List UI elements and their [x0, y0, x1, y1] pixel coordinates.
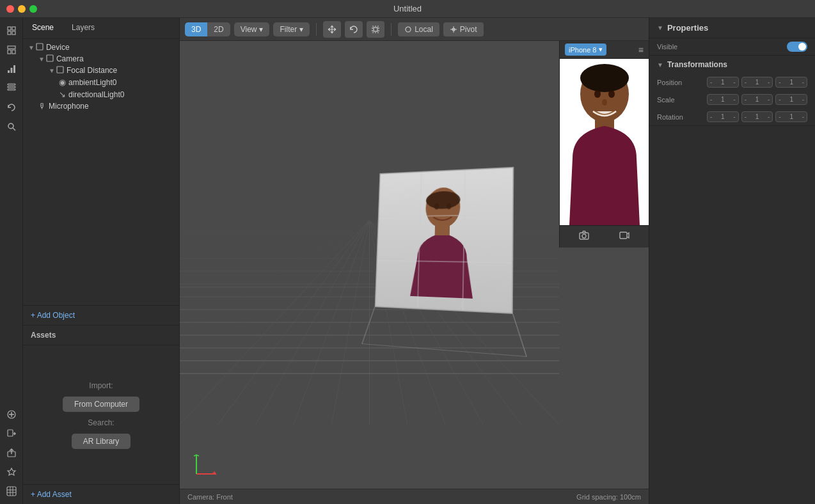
svg-point-33 — [406, 27, 411, 32]
metrics-icon[interactable] — [3, 60, 20, 78]
tree-item-directional-light[interactable]: ↘ directionalLight0 — [23, 88, 179, 100]
properties-collapse-arrow[interactable]: ▼ — [657, 24, 663, 31]
transform-rotate-button[interactable] — [345, 21, 363, 38]
scale-x-field[interactable]: - 1 - — [707, 94, 739, 105]
properties-title: ▼ Properties — [649, 18, 815, 38]
undo-icon[interactable] — [3, 98, 20, 116]
titlebar: Untitled — [0, 0, 815, 18]
layers-tab[interactable]: Layers — [63, 18, 104, 38]
search-icon[interactable] — [3, 118, 20, 136]
transformations-header[interactable]: ▼ Transformations — [649, 56, 815, 74]
tree-item-ambient-light[interactable]: ◉ ambientLight0 — [23, 76, 179, 88]
position-x-field[interactable]: - 1 - — [707, 77, 739, 88]
tree-item-focal-distance[interactable]: ▼ Focal Distance — [23, 65, 179, 76]
grid-icon[interactable] — [3, 482, 20, 500]
axes-indicator — [190, 448, 222, 482]
svg-rect-7 — [8, 70, 10, 73]
preview-camera-button[interactable] — [578, 230, 590, 244]
export-icon[interactable] — [3, 444, 20, 462]
device-name: iPhone 8 — [569, 46, 596, 54]
from-computer-button[interactable]: From Computer — [63, 397, 139, 412]
tree-item-device[interactable]: ▼ Device — [23, 42, 179, 53]
mode-toggle-group: 3D 2D — [185, 22, 230, 36]
layout-icon[interactable] — [3, 41, 20, 59]
scale-value: - 1 - - 1 - - 1 - — [707, 94, 807, 105]
device-label: Device — [46, 43, 70, 52]
visible-section: Visible — [649, 38, 815, 56]
local-button[interactable]: Local — [398, 22, 439, 36]
preview-controls — [560, 225, 649, 248]
svg-rect-0 — [8, 27, 11, 30]
svg-rect-28 — [36, 43, 43, 50]
svg-rect-5 — [8, 50, 11, 54]
pivot-button[interactable]: Pivot — [443, 22, 484, 36]
svg-line-79 — [463, 169, 465, 311]
transformations-collapse-arrow: ▼ — [657, 61, 663, 68]
visible-row: Visible — [649, 38, 815, 55]
ar-library-button[interactable]: AR Library — [72, 434, 131, 449]
layers-icon[interactable] — [3, 79, 20, 97]
rotation-y-field[interactable]: - 1 - — [741, 111, 773, 122]
close-button[interactable] — [6, 5, 14, 13]
directional-light-label: directionalLight0 — [68, 90, 124, 99]
rotation-z-field[interactable]: - 1 - — [775, 111, 807, 122]
svg-point-13 — [8, 123, 13, 129]
scale-y-field[interactable]: - 1 - — [741, 94, 773, 105]
device-select-button[interactable]: iPhone 8 ▾ — [565, 43, 606, 56]
svg-line-14 — [13, 128, 15, 130]
svg-rect-12 — [8, 84, 15, 85]
scene-tree: ▼ Device ▼ Camera ▼ Focal Dista — [23, 39, 179, 305]
position-row: Position - 1 - - 1 - - 1 - — [649, 74, 815, 91]
focal-distance-label: Focal Distance — [67, 66, 117, 75]
search-label: Search: — [88, 418, 114, 427]
transform-move-button[interactable] — [323, 21, 341, 38]
svg-rect-80 — [376, 168, 514, 313]
add-object-button[interactable]: + Add Object — [23, 305, 179, 325]
traffic-lights — [6, 5, 37, 13]
scale-z-field[interactable]: - 1 - — [775, 94, 807, 105]
tree-item-camera[interactable]: ▼ Camera — [23, 53, 179, 65]
svg-line-77 — [377, 260, 512, 262]
scene-object-photo[interactable] — [375, 167, 514, 314]
svg-rect-23 — [7, 487, 16, 496]
svg-marker-22 — [8, 468, 15, 475]
position-z-field[interactable]: - 1 - — [775, 77, 807, 88]
camera-info: Camera: Front — [187, 493, 233, 501]
viewport-3d[interactable]: iPhone 8 ▾ ≡ — [180, 41, 649, 504]
add-panel-icon[interactable] — [3, 406, 20, 423]
2d-mode-button[interactable]: 2D — [207, 22, 230, 36]
preview-image-area — [560, 59, 649, 225]
effects-icon[interactable] — [3, 463, 20, 481]
visible-toggle[interactable] — [787, 42, 807, 52]
add-asset-button[interactable]: + Add Asset — [23, 484, 179, 504]
scene-icon[interactable] — [3, 22, 20, 40]
maximize-button[interactable] — [29, 5, 37, 13]
viewport-toolbar: 3D 2D View ▾ Filter ▾ — [180, 18, 649, 41]
svg-rect-10 — [8, 86, 15, 88]
rotation-label: Rotation — [657, 113, 702, 121]
transform-scale-button[interactable] — [367, 21, 384, 38]
preview-record-button[interactable] — [619, 230, 630, 244]
right-panel: ▼ Properties Visible ▼ Transformations P… — [649, 18, 815, 504]
ambient-light-label: ambientLight0 — [68, 78, 116, 87]
preview-header: iPhone 8 ▾ ≡ — [560, 41, 649, 59]
viewport-area: 3D 2D View ▾ Filter ▾ — [180, 18, 649, 504]
filter-dropdown[interactable]: Filter ▾ — [273, 22, 310, 36]
tree-item-microphone[interactable]: 🎙 Microphone — [23, 100, 179, 112]
svg-point-90 — [608, 90, 615, 98]
3d-mode-button[interactable]: 3D — [185, 22, 207, 36]
view-dropdown[interactable]: View ▾ — [234, 22, 270, 36]
scene-panel-header: Scene Layers — [23, 18, 179, 39]
scene-tab[interactable]: Scene — [23, 18, 63, 38]
position-y-field[interactable]: - 1 - — [741, 77, 773, 88]
preview-menu-button[interactable]: ≡ — [638, 45, 644, 55]
minimize-button[interactable] — [18, 5, 26, 13]
import-icon[interactable] — [3, 425, 20, 443]
microphone-label: Microphone — [49, 102, 89, 111]
position-label: Position — [657, 79, 702, 86]
svg-point-91 — [602, 99, 607, 106]
position-value: - 1 - - 1 - - 1 - — [707, 77, 807, 88]
rotation-x-field[interactable]: - 1 - — [707, 111, 739, 122]
svg-rect-4 — [8, 46, 15, 49]
svg-rect-1 — [12, 27, 15, 30]
